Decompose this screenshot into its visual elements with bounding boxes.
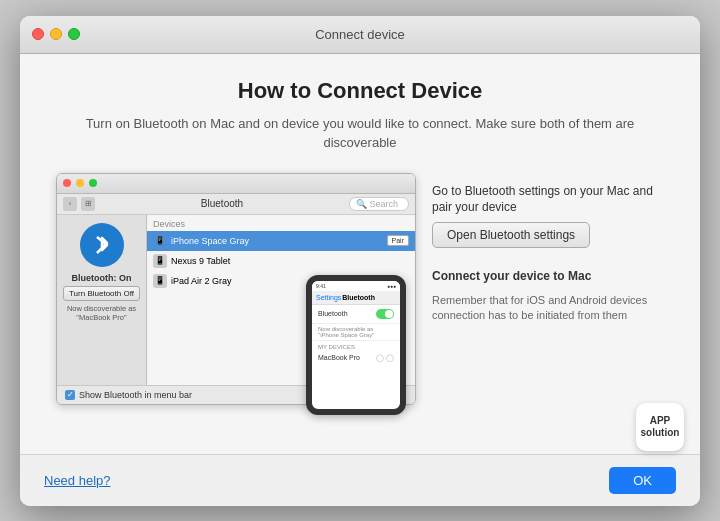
minimize-button[interactable] [50,28,62,40]
titlebar: Connect device [20,16,700,54]
content-area: How to Connect Device Turn on Bluetooth … [20,54,700,454]
bt-toggle-btn[interactable]: Turn Bluetooth Off [63,286,140,301]
iphone-bt-label: Bluetooth [318,310,348,317]
right-panel: Go to Bluetooth settings on your Mac and… [432,173,664,324]
app-solution-badge: APP solution [636,403,684,451]
show-menu-bar-label: Show Bluetooth in menu bar [79,390,192,400]
mac-toolbar-title: Bluetooth [99,198,345,209]
footer: Need help? OK [20,454,700,506]
mac-minimize-dot [76,179,84,187]
bt-toggle-on [376,309,394,319]
toggle-knob [385,310,393,318]
need-help-link[interactable]: Need help? [44,473,111,488]
mac-screenshot: ‹ ⊞ Bluetooth 🔍 Search Bluetooth: On Tur [56,173,416,405]
bt-icon-circle [80,223,124,267]
discoverable-text: Now discoverable as "MacBook Pro" [67,304,136,324]
show-menu-bar-checkbox[interactable]: ✓ [65,390,75,400]
open-bluetooth-settings-button[interactable]: Open Bluetooth settings [432,222,590,248]
device-row-1: 📱 iPhone Space Gray Pair [147,231,415,251]
devices-header: Devices [147,215,415,231]
device-name-2: Nexus 9 Tablet [171,256,409,266]
mac-sidebar: Bluetooth: On Turn Bluetooth Off Now dis… [57,215,147,385]
my-devices-header: MY DEVICES [312,341,400,351]
iphone-nav: Settings Bluetooth [312,291,400,305]
bluetooth-icon [91,231,113,259]
callout-block-2: Connect your device to Mac Remember that… [432,268,664,324]
close-button[interactable] [32,28,44,40]
callout-block-1: Go to Bluetooth settings on your Mac and… [432,183,664,249]
iphone-back-btn: Settings [316,294,341,301]
middle-section: ‹ ⊞ Bluetooth 🔍 Search Bluetooth: On Tur [56,173,664,438]
device-name-1: iPhone Space Gray [171,236,383,246]
badge-line1: APP [650,415,671,427]
iphone-macbook-name: MacBook Pro [318,354,360,361]
mac-maximize-dot [89,179,97,187]
device-icon-3: 📱 [153,274,167,288]
iphone-device-row: MacBook Pro ◯ ◯ [312,351,400,365]
mac-window-bar [57,174,415,194]
page-heading: How to Connect Device [56,78,664,104]
iphone-status-bar: 9:41 ●●● [312,281,400,291]
iphone-nav-title: Bluetooth [342,294,375,301]
window-controls [32,28,80,40]
maximize-button[interactable] [68,28,80,40]
callout-2-note: Remember that for iOS and Android device… [432,293,664,324]
bt-status-label: Bluetooth: On [72,273,132,283]
mac-search-field: 🔍 Search [349,197,409,211]
iphone-discoverable-text: Now discoverable as "iPhone Space Gray" [312,324,400,341]
badge-line2: solution [641,427,680,439]
iphone-bt-row: Bluetooth [312,305,400,324]
mac-back-btn: ‹ [63,197,77,211]
page-subtitle: Turn on Bluetooth on Mac and on device y… [56,114,664,153]
ok-button[interactable]: OK [609,467,676,494]
main-window: Connect device How to Connect Device Tur… [20,16,700,506]
device-row-2: 📱 Nexus 9 Tablet [147,251,415,271]
mac-grid-btn: ⊞ [81,197,95,211]
device-pair-btn[interactable]: Pair [387,235,409,246]
device-icon-1: 📱 [153,234,167,248]
window-title: Connect device [315,27,405,42]
iphone-illustration: 9:41 ●●● Settings Bluetooth Bluetooth [306,275,406,415]
callout-2-heading: Connect your device to Mac [432,268,664,285]
mac-toolbar: ‹ ⊞ Bluetooth 🔍 Search [57,194,415,215]
callout-1-text: Go to Bluetooth settings on your Mac and… [432,183,664,217]
mac-close-dot [63,179,71,187]
device-icon-2: 📱 [153,254,167,268]
